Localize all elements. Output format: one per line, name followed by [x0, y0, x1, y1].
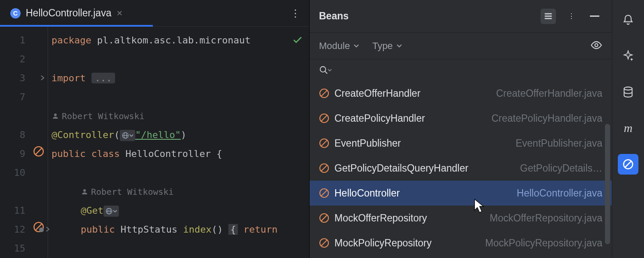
minimize-button[interactable] [587, 9, 602, 24]
chevron-down-icon [353, 43, 359, 49]
bean-file: CreateOfferHandler.java [496, 88, 602, 99]
editor-tab-bar: C HelloController.java ✕ ⋮ [0, 0, 309, 27]
svg-line-29 [321, 190, 327, 196]
svg-point-34 [624, 87, 632, 90]
beans-list: CreateOfferHandler CreateOfferHandler.ja… [310, 81, 612, 258]
beans-button[interactable] [618, 154, 638, 175]
tab-filename: HelloController.java [26, 7, 111, 19]
svg-point-4 [39, 227, 44, 232]
globe-icon[interactable] [103, 206, 119, 217]
more-options-button[interactable]: ⋮ [564, 9, 579, 24]
svg-line-31 [321, 215, 327, 221]
gutter: 1 2 3 7 8 9 10 11 12 [0, 27, 48, 258]
author-annotation[interactable]: Robert Witkowski [48, 182, 309, 201]
bean-item[interactable]: MockPolicyRepository MockPolicyRepositor… [310, 230, 612, 255]
bean-file: MockPolicyRepository.java [485, 237, 602, 249]
bean-item[interactable]: HelloController HelloController.java [310, 181, 612, 206]
beans-tool-window: Beans ⋮ Module Type [309, 0, 612, 258]
svg-rect-15 [545, 18, 552, 19]
endpoint-gutter-icon[interactable] [33, 220, 44, 239]
close-icon[interactable]: ✕ [116, 9, 123, 18]
tab-overflow-button[interactable]: ⋮ [287, 4, 304, 23]
maven-button[interactable]: m [618, 118, 638, 138]
svg-rect-14 [545, 15, 552, 17]
ai-assistant-button[interactable] [618, 46, 638, 66]
bean-file: MockOfferRepository.java [490, 212, 602, 224]
bean-icon [319, 88, 329, 98]
bean-name: HelloController [334, 187, 400, 199]
bean-file: HelloController.java [517, 187, 602, 199]
bean-item[interactable]: CreateOfferHandler CreateOfferHandler.ja… [310, 81, 612, 106]
bean-icon [319, 163, 329, 173]
import-fold[interactable]: ... [91, 73, 115, 83]
bean-item[interactable]: MockOfferRepository MockOfferRepository.… [310, 206, 612, 230]
globe-icon[interactable] [120, 130, 135, 141]
code-content[interactable]: package pl.altkom.asc.lab.micronaut impo… [48, 27, 309, 258]
svg-line-1 [35, 148, 42, 154]
bean-name: MockPolicyRepository [334, 237, 431, 249]
bean-gutter-icon[interactable] [33, 144, 44, 163]
bean-icon [319, 188, 329, 198]
fold-chevron-icon[interactable] [39, 69, 46, 88]
svg-line-19 [325, 71, 328, 74]
beans-title: Beans [319, 10, 349, 22]
beans-filter-bar: Module Type [310, 33, 612, 59]
visibility-toggle[interactable] [590, 39, 602, 53]
search-icon [319, 65, 328, 75]
right-toolbar: m [612, 0, 644, 258]
bean-file: GetPolicyDetails… [520, 163, 602, 174]
bean-file: CreatePolicyHandler.java [492, 113, 602, 124]
bean-name: CreateOfferHandler [334, 88, 420, 99]
beans-search[interactable] [310, 59, 612, 81]
scrollbar-thumb[interactable] [605, 124, 610, 244]
svg-point-18 [320, 67, 326, 72]
bean-item[interactable]: EventPublisher EventPublisher.java [310, 131, 612, 156]
bean-item[interactable]: GetPolicyDetailsQueryHandler GetPolicyDe… [310, 156, 612, 181]
bean-icon [319, 113, 329, 123]
bean-icon [319, 238, 329, 248]
bean-name: EventPublisher [334, 138, 401, 149]
class-icon: C [10, 8, 21, 18]
bean-item[interactable]: CreatePolicyHandler CreatePolicyHandler.… [310, 106, 612, 131]
module-filter[interactable]: Module [319, 40, 359, 52]
view-mode-button[interactable] [541, 9, 556, 24]
bean-name: CreatePolicyHandler [334, 113, 425, 124]
chevron-down-icon [396, 43, 402, 49]
bean-icon [319, 213, 329, 223]
author-annotation[interactable]: Robert Witkowski [48, 107, 309, 126]
code-area[interactable]: 1 2 3 7 8 9 10 11 12 [0, 27, 309, 258]
chevron-down-icon [328, 68, 332, 72]
bean-icon [319, 138, 329, 148]
svg-line-21 [321, 90, 327, 96]
svg-line-25 [321, 140, 327, 146]
editor-tab[interactable]: C HelloController.java ✕ [5, 4, 128, 22]
svg-line-33 [321, 240, 327, 246]
editor-pane: C HelloController.java ✕ ⋮ 1 2 3 7 8 9 [0, 0, 309, 258]
beans-header: Beans ⋮ [310, 0, 612, 33]
bean-name: GetPolicyDetailsQueryHandler [334, 163, 468, 174]
notifications-button[interactable] [618, 9, 638, 30]
svg-line-27 [321, 165, 327, 171]
bean-name: MockOfferRepository [334, 212, 427, 224]
svg-rect-13 [545, 13, 552, 14]
svg-point-17 [595, 43, 598, 46]
svg-line-36 [625, 161, 631, 167]
svg-point-9 [83, 189, 86, 192]
svg-rect-16 [590, 15, 599, 17]
svg-line-23 [321, 115, 327, 121]
type-filter[interactable]: Type [372, 40, 402, 52]
database-button[interactable] [618, 82, 638, 102]
bean-file: EventPublisher.java [516, 138, 602, 149]
svg-point-5 [54, 114, 57, 116]
